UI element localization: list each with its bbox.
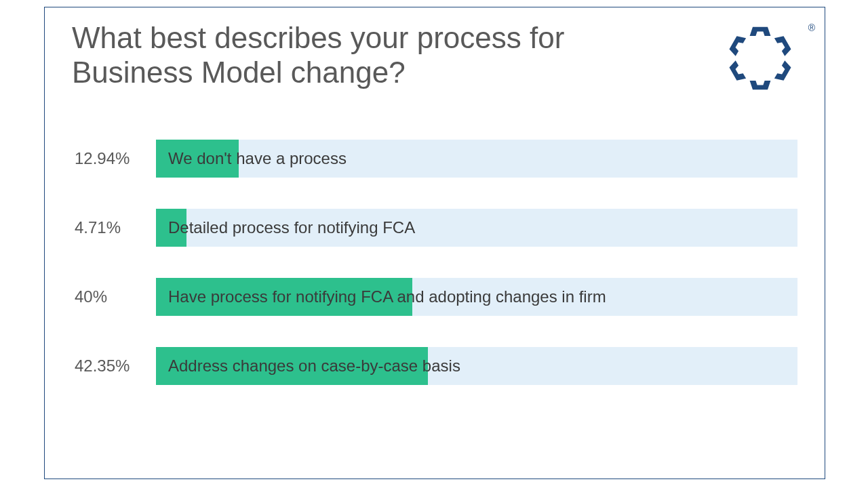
registered-mark: ® — [808, 22, 815, 33]
bar-track: Address changes on case-by-case basis — [156, 347, 797, 385]
chart-row: 40%Have process for notifying FCA and ad… — [72, 278, 797, 316]
category-label: Have process for notifying FCA and adopt… — [168, 287, 606, 306]
bar-track: Have process for notifying FCA and adopt… — [156, 278, 797, 316]
category-label: Detailed process for notifying FCA — [168, 218, 415, 237]
value-label: 12.94% — [72, 149, 156, 168]
page-title: What best describes your process for Bus… — [72, 21, 655, 89]
chart-row: 42.35%Address changes on case-by-case ba… — [72, 347, 797, 385]
category-label: We don't have a process — [168, 149, 347, 168]
chart-row: 12.94%We don't have a process — [72, 140, 797, 178]
value-label: 42.35% — [72, 357, 156, 375]
bar-track: We don't have a process — [156, 140, 797, 178]
category-label: Address changes on case-by-case basis — [168, 357, 460, 375]
value-label: 4.71% — [72, 218, 156, 237]
bar-chart: 12.94%We don't have a process4.71%Detail… — [72, 140, 797, 416]
bar-track: Detailed process for notifying FCA — [156, 209, 797, 247]
brand-logo — [723, 21, 804, 102]
value-label: 40% — [72, 287, 156, 306]
chart-row: 4.71%Detailed process for notifying FCA — [72, 209, 797, 247]
slide-frame: What best describes your process for Bus… — [44, 7, 825, 479]
